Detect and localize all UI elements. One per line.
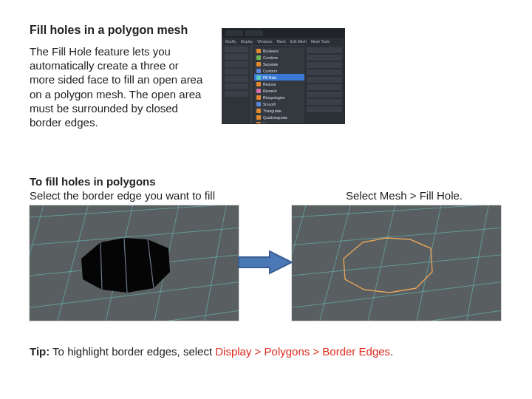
menu-item-label: Mirror (263, 122, 273, 125)
dropdown-item: Quadrangulate (254, 114, 306, 120)
menu-item-label: Conform (263, 69, 277, 73)
menu-item-icon (256, 75, 261, 80)
dropdown-item: Separate (254, 61, 306, 67)
tip-text-b: . (390, 345, 393, 358)
tip-line: Tip: To highlight border edges, select D… (30, 345, 393, 358)
dropdown-item: Conform (254, 67, 306, 74)
window-titlebar (222, 29, 344, 38)
software-screenshot: Modify Display Windows Mesh Edit Mesh Me… (222, 28, 345, 124)
dropdown-item: Remesh (254, 87, 306, 94)
dropdown-item: Mirror (254, 120, 306, 124)
mesh-after-svg (292, 205, 501, 321)
dropdown-item: Smooth (254, 100, 306, 107)
menu-item-icon (256, 55, 261, 60)
menu-item-label: Triangulate (263, 109, 282, 113)
dropdown-item: Retopologize (254, 94, 306, 100)
menu-item: Display (241, 39, 253, 44)
mesh-before-svg (30, 205, 239, 321)
svg-rect-14 (292, 205, 501, 321)
menu-item-icon (256, 95, 261, 100)
page-title: Fill holes in a polygon mesh (30, 24, 188, 37)
menu-item: Mesh Tools (311, 39, 330, 44)
section-subheading: To fill holes in polygons (30, 175, 156, 188)
dropdown-item: Fill Hole (254, 74, 306, 81)
doc-page: Fill holes in a polygon mesh The Fill Ho… (0, 0, 532, 399)
dropdown-item: Booleans (254, 47, 306, 54)
svg-marker-25 (239, 251, 292, 273)
tip-text-a: To highlight border edges, select (50, 345, 215, 358)
menu-item-icon (256, 49, 261, 53)
viewport-after (292, 205, 501, 321)
menu-item-label: Combine (263, 55, 278, 60)
dropdown-item: Combine (254, 54, 306, 61)
menu-item-label: Quadrangulate (263, 115, 287, 120)
menu-item-icon (256, 102, 261, 106)
menu-item-icon (256, 82, 261, 86)
menu-item: Edit Mesh (290, 39, 307, 44)
menu-item-label: Remesh (263, 89, 277, 93)
menu-item-icon (256, 109, 261, 113)
menu-item: Mesh (276, 39, 285, 44)
step-left-label: Select the border edge you want to fill (30, 189, 215, 202)
menu-item-label: Retopologize (263, 95, 284, 100)
menu-item-label: Separate (263, 62, 278, 66)
mesh-dropdown-menu: BooleansCombineSeparateConformFill HoleR… (253, 47, 307, 124)
menu-item-label: Reduce (263, 82, 276, 86)
intro-paragraph: The Fill Hole feature lets you automatic… (30, 44, 203, 129)
main-menubar: Modify Display Windows Mesh Edit Mesh Me… (222, 38, 344, 45)
menu-item-icon (256, 89, 261, 93)
menu-item-label: Fill Hole (263, 75, 276, 80)
menu-item-icon (256, 69, 261, 73)
shelf-panel (222, 45, 250, 123)
tip-label: Tip: (30, 345, 50, 358)
attribute-panel (304, 45, 344, 123)
menu-item-icon (256, 62, 261, 66)
arrow-icon (237, 250, 293, 275)
dropdown-item: Triangulate (254, 107, 306, 114)
step-right-label: Select Mesh > Fill Hole. (346, 189, 463, 202)
menu-item-icon (256, 122, 261, 125)
tip-menu-path: Display > Polygons > Border Edges (215, 345, 390, 358)
dropdown-item: Reduce (254, 81, 306, 87)
menu-item: Modify (225, 39, 236, 44)
menu-item-label: Smooth (263, 102, 276, 106)
viewport-before (30, 205, 239, 321)
menu-item-icon (256, 115, 261, 120)
menu-item: Windows (257, 39, 272, 44)
menu-item-label: Booleans (263, 49, 279, 53)
